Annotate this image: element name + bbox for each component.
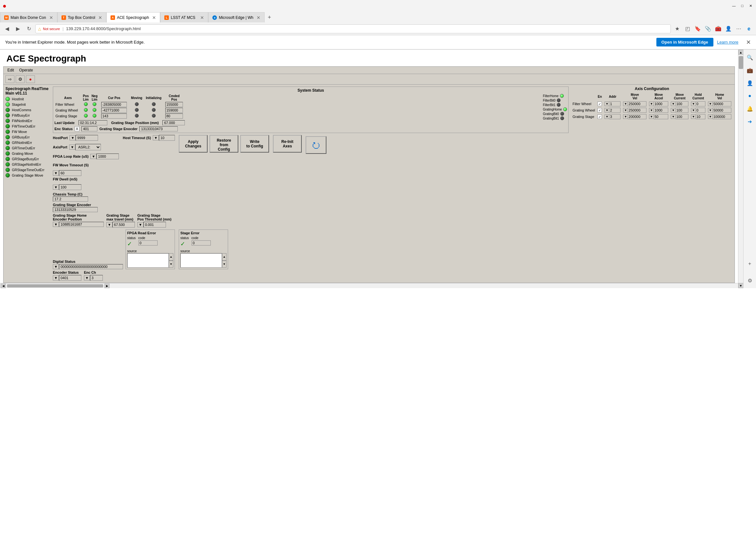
last-update-value[interactable] (79, 120, 107, 125)
fpga-code-input[interactable] (138, 240, 158, 246)
axis-cfg-addr-2[interactable]: ▼ (603, 113, 622, 120)
re-init-axes-button[interactable]: Re-Init Axes (273, 135, 302, 153)
axis-cfg-hold-1[interactable]: ▼ (690, 107, 707, 113)
axis-port-select[interactable]: ASRL2: COM1: COM2: (75, 144, 101, 150)
axis-cfg-en-1[interactable]: ✓ (596, 107, 603, 113)
profile-icon[interactable]: 👤 (724, 24, 733, 33)
tab-close-ace[interactable]: ✕ (152, 15, 156, 20)
fpga-source-scroll-up[interactable]: ▲ (169, 253, 173, 260)
host-timeout-spinner-down[interactable]: ▼ (153, 135, 159, 141)
axis-cfg-home-vel-2[interactable]: ▼ (707, 113, 733, 120)
fpga-loop-spinner-down[interactable]: ▼ (90, 154, 97, 159)
grating-home-enc-input[interactable] (59, 222, 104, 227)
fpga-loop-input[interactable] (97, 154, 119, 159)
back-button[interactable]: ◀ (3, 24, 11, 33)
axis-cmded-0[interactable] (163, 102, 185, 107)
collections-icon[interactable]: 📎 (703, 24, 712, 33)
maximize-button[interactable]: □ (739, 3, 745, 9)
v-scroll-down-button[interactable]: ▼ (738, 283, 744, 288)
axis-cur-pos-1[interactable] (99, 107, 129, 113)
axis-cfg-cur-0[interactable]: ▼ (670, 101, 690, 107)
sidebar-search-icon[interactable]: 🔍 (745, 52, 755, 62)
grating-enc-value[interactable] (139, 126, 178, 131)
fpga-source-scroll-down[interactable]: ▼ (169, 260, 173, 268)
axis-cfg-home-vel-0[interactable]: ▼ (707, 101, 733, 107)
tab-close-top-box[interactable]: ✕ (98, 15, 102, 20)
learn-more-link[interactable]: Learn more (717, 40, 738, 45)
axis-cmded-1[interactable] (163, 107, 185, 113)
axis-cmded-2[interactable] (163, 113, 185, 119)
sidebar-circle-icon[interactable]: ● (745, 91, 755, 101)
favorites-icon[interactable]: ★ (673, 24, 682, 33)
v-scroll-up-button[interactable]: ▲ (738, 50, 744, 55)
open-in-edge-button[interactable]: Open in Microsoft Edge (656, 38, 713, 47)
axis-cfg-vel-0[interactable]: ▼ (622, 101, 648, 107)
menu-operate[interactable]: Operate (17, 67, 35, 73)
host-port-input[interactable] (76, 135, 98, 141)
write-to-config-button[interactable]: Write to Config (240, 135, 269, 153)
fw-dwell-input[interactable] (59, 184, 81, 190)
tab-close-main-box[interactable]: ✕ (49, 15, 53, 20)
axis-cfg-home-vel-1[interactable]: ▼ (707, 107, 733, 113)
grating-home-spinner-down[interactable]: ▼ (53, 222, 59, 227)
host-timeout-input[interactable] (159, 135, 175, 141)
split-screen-icon[interactable]: ◰ (683, 24, 692, 33)
axis-cfg-cur-2[interactable]: ▼ (670, 113, 690, 120)
axis-cfg-hold-2[interactable]: ▼ (690, 113, 707, 120)
tab-lsst[interactable]: L LSST AT MCS ✕ (160, 12, 208, 22)
axis-cfg-vel-2[interactable]: ▼ (622, 113, 648, 120)
tab-main-box[interactable]: M Main Box Dome Con ✕ (0, 12, 57, 22)
menu-edit[interactable]: Edit (5, 67, 17, 73)
grating-encoder-input[interactable] (53, 207, 98, 212)
tab-close-edge[interactable]: ✕ (256, 15, 261, 20)
settings-more-icon[interactable]: ⋯ (734, 24, 743, 33)
axis-cur-pos-2[interactable] (99, 113, 129, 119)
url-bar[interactable]: △ Not secure | 139.229.170.44:8000/Spect… (35, 24, 671, 33)
axis-cfg-hold-0[interactable]: ▼ (690, 101, 707, 107)
digital-status-spinner-down[interactable]: ▼ (53, 264, 59, 269)
save-page-icon[interactable]: 🔖 (693, 24, 702, 33)
tab-top-box[interactable]: T Top Box Control ✕ (57, 12, 106, 22)
sidebar-message-icon[interactable]: ➔ (745, 116, 755, 127)
tool-btn-record[interactable]: ● (26, 75, 35, 83)
stage-source-scroll-down[interactable]: ▼ (222, 260, 226, 268)
enc-status-value[interactable] (81, 126, 98, 131)
enc-ch-input[interactable] (90, 275, 103, 281)
extensions-icon[interactable]: 🧰 (714, 24, 723, 33)
axis-cfg-en-2[interactable]: ✓ (596, 113, 603, 120)
sidebar-add-icon[interactable]: + (745, 259, 755, 269)
axis-port-spinner-down[interactable]: ▼ (69, 145, 75, 150)
sidebar-bookmark-icon[interactable]: 🔔 (745, 103, 755, 114)
digital-status-input[interactable] (59, 264, 123, 269)
stage-source-textarea[interactable] (180, 253, 222, 268)
grating-max-input[interactable] (112, 222, 135, 228)
sidebar-briefcase-icon[interactable]: 💼 (745, 65, 755, 75)
tab-edge[interactable]: e Microsoft Edge | Wh ✕ (208, 12, 265, 22)
tool-btn-arrow[interactable]: ⇨ (5, 75, 15, 83)
minimize-button[interactable]: — (731, 3, 737, 9)
axis-cur-pos-0[interactable] (99, 102, 129, 107)
power-button[interactable]: ⭮ (305, 136, 326, 154)
chassis-temp-input[interactable] (53, 197, 88, 202)
stage-code-input[interactable] (192, 240, 211, 246)
banner-close-button[interactable]: ✕ (746, 39, 751, 46)
tool-btn-config[interactable]: ⚙ (16, 75, 25, 83)
grating-thresh-input[interactable] (143, 222, 166, 228)
h-scroll-left-button[interactable]: ◀ (1, 284, 6, 288)
axis-cfg-cur-1[interactable]: ▼ (670, 107, 690, 113)
tab-ace-spectrograph[interactable]: A ACE Spectrograph ✕ (106, 12, 160, 22)
grating-thresh-spinner-down[interactable]: ▼ (137, 222, 143, 227)
tab-close-lsst[interactable]: ✕ (200, 15, 204, 20)
fw-timeout-spinner-down[interactable]: ▼ (53, 171, 59, 176)
apply-changes-button[interactable]: Apply Changes (179, 135, 208, 153)
axis-cfg-accel-0[interactable]: ▼ (648, 101, 670, 107)
axis-cfg-accel-2[interactable]: ▼ (648, 113, 670, 120)
host-port-spinner-down[interactable]: ▼ (70, 135, 76, 141)
grating-max-spinner-down[interactable]: ▼ (106, 222, 112, 227)
axis-cfg-accel-1[interactable]: ▼ (648, 107, 670, 113)
refresh-button[interactable]: ↻ (24, 24, 33, 33)
stage-source-scroll-up[interactable]: ▲ (222, 253, 226, 260)
axis-cfg-addr-1[interactable]: ▼ (603, 107, 622, 113)
axis-cfg-en-0[interactable]: ✓ (596, 101, 603, 107)
encoder-status-spinner-down[interactable]: ▼ (53, 275, 59, 280)
